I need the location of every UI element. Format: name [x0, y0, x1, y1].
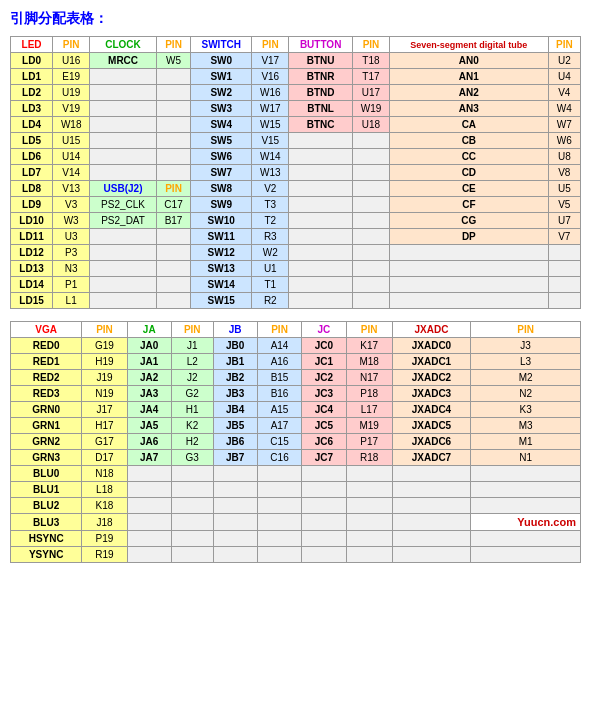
table-cell [156, 133, 190, 149]
table-cell: SW12 [191, 245, 252, 261]
table-cell: DP [390, 229, 549, 245]
table-cell [90, 69, 157, 85]
table-cell: LD5 [11, 133, 53, 149]
col-header-ja-pin: PIN [171, 322, 213, 338]
table-cell: JB6 [213, 434, 257, 450]
table-row: BLU3J18Yuucn.com [11, 514, 581, 531]
table-cell [289, 245, 353, 261]
table-cell: LD15 [11, 293, 53, 309]
table-cell: JA6 [127, 434, 171, 450]
col-header-button: BUTTON [289, 37, 353, 53]
table-cell [213, 531, 257, 547]
table-cell [90, 293, 157, 309]
table-cell: JB2 [213, 370, 257, 386]
pin-table-1: LED PIN CLOCK PIN SWITCH PIN BUTTON PIN … [10, 36, 581, 309]
table-cell: PS2_DAT [90, 213, 157, 229]
table-cell: K2 [171, 418, 213, 434]
table-cell [346, 514, 392, 531]
table-cell [392, 547, 471, 563]
table-cell: L17 [346, 402, 392, 418]
table-cell [289, 165, 353, 181]
table-cell: T3 [252, 197, 289, 213]
col-header-switch-pin: PIN [252, 37, 289, 53]
table-cell: H2 [171, 434, 213, 450]
table-cell: K17 [346, 338, 392, 354]
table-cell: SW11 [191, 229, 252, 245]
table-cell: SW4 [191, 117, 252, 133]
table-cell: P19 [82, 531, 127, 547]
table-cell: K3 [471, 402, 581, 418]
table-cell [90, 133, 157, 149]
table-cell: M3 [471, 418, 581, 434]
table-cell: W17 [252, 101, 289, 117]
table-cell: GRN1 [11, 418, 82, 434]
table-row: LD1E19SW1V16BTNRT17AN1U4 [11, 69, 581, 85]
table-cell: B17 [156, 213, 190, 229]
table-cell [392, 498, 471, 514]
table-row: LD15L1SW15R2 [11, 293, 581, 309]
table-cell: P18 [346, 386, 392, 402]
table-cell: H17 [82, 418, 127, 434]
table-cell: V14 [53, 165, 90, 181]
table-cell [257, 466, 301, 482]
table-cell: L2 [171, 354, 213, 370]
table-cell: SW2 [191, 85, 252, 101]
table-cell: GRN3 [11, 450, 82, 466]
table-cell [352, 181, 389, 197]
table-cell: YSYNC [11, 547, 82, 563]
table-cell [352, 277, 389, 293]
table-cell [302, 466, 346, 482]
table-cell [302, 547, 346, 563]
table-cell: LD14 [11, 277, 53, 293]
table-cell: V2 [252, 181, 289, 197]
table-cell: M19 [346, 418, 392, 434]
table-cell [548, 277, 580, 293]
table-cell [302, 498, 346, 514]
col-header-button-pin: PIN [352, 37, 389, 53]
table-cell: A17 [257, 418, 301, 434]
table-cell: SW9 [191, 197, 252, 213]
table-cell [289, 213, 353, 229]
table-cell [127, 547, 171, 563]
col-header-jb: JB [213, 322, 257, 338]
table-cell: V5 [548, 197, 580, 213]
table-cell: M2 [471, 370, 581, 386]
table-cell [127, 466, 171, 482]
table-cell: SW6 [191, 149, 252, 165]
col-header-jc-pin: PIN [346, 322, 392, 338]
table-cell: BLU2 [11, 498, 82, 514]
table-cell: N2 [471, 386, 581, 402]
pin-table-2: VGA PIN JA PIN JB PIN JC PIN JXADC PIN R… [10, 321, 581, 563]
table-cell [257, 514, 301, 531]
table-row: GRN3D17JA7G3JB7C16JC7R18JXADC7N1 [11, 450, 581, 466]
table-row: LD2U19SW2W16BTNDU17AN2V4 [11, 85, 581, 101]
table-cell: W5 [156, 53, 190, 69]
table-cell: USB(J2) [90, 181, 157, 197]
table-cell: MRCC [90, 53, 157, 69]
table-cell [90, 261, 157, 277]
table-cell [352, 261, 389, 277]
table-cell [127, 498, 171, 514]
table-cell: H1 [171, 402, 213, 418]
table-cell [390, 261, 549, 277]
table-cell: JC0 [302, 338, 346, 354]
table-cell [346, 482, 392, 498]
table-cell: BLU3 [11, 514, 82, 531]
table-cell: P3 [53, 245, 90, 261]
table-cell: JC4 [302, 402, 346, 418]
table-cell [352, 213, 389, 229]
table-cell [289, 133, 353, 149]
table-cell: T2 [252, 213, 289, 229]
table-cell: LD4 [11, 117, 53, 133]
table-cell [390, 277, 549, 293]
table-cell: JC7 [302, 450, 346, 466]
table-cell: JB4 [213, 402, 257, 418]
table-cell: SW15 [191, 293, 252, 309]
table-row: RED1H19JA1L2JB1A16JC1M18JXADC1L3 [11, 354, 581, 370]
table-cell: V19 [53, 101, 90, 117]
table-cell: BLU1 [11, 482, 82, 498]
table-cell: JB5 [213, 418, 257, 434]
table-cell: W16 [252, 85, 289, 101]
table-row: LD8V13USB(J2)PINSW8V2CEU5 [11, 181, 581, 197]
table-cell [257, 531, 301, 547]
